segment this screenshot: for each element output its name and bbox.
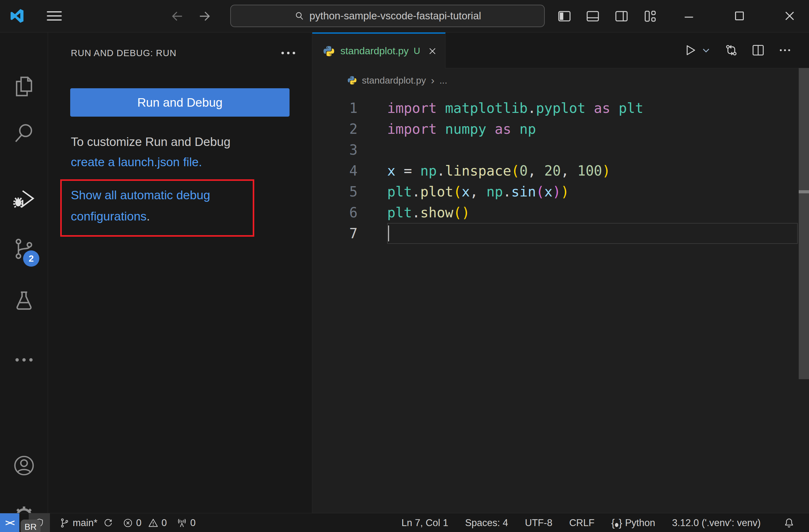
- python-file-icon: [323, 45, 335, 57]
- scrollbar-marker: [799, 190, 809, 193]
- run-and-debug-sidebar: RUN AND DEBUG: RUN Run and Debug To cust…: [48, 32, 312, 513]
- code-text: import matplotlib.pyplot as plt: [387, 97, 643, 119]
- toggle-primary-sidebar-icon[interactable]: [557, 9, 572, 24]
- language-mode-status[interactable]: {} Python: [611, 517, 655, 529]
- warning-count: 0: [161, 517, 167, 529]
- search-icon: [294, 11, 305, 21]
- code-text: plt.plot(x, np.sin(x)): [387, 181, 569, 202]
- line-number: 4: [312, 160, 358, 181]
- text-cursor: [388, 226, 389, 241]
- highlight-red-box: [60, 179, 254, 237]
- command-center-text: python-sample-vscode-fastapi-tutorial: [310, 10, 481, 22]
- code-line-4[interactable]: 4x = np.linspace(0, 20, 100): [312, 160, 809, 181]
- run-python-file-icon[interactable]: [683, 43, 697, 57]
- tab-label: standardplot.py: [340, 45, 409, 57]
- views-and-more-actions-icon[interactable]: [281, 52, 295, 54]
- notifications-bell-icon[interactable]: [783, 517, 795, 529]
- breadcrumb-file[interactable]: standardplot.py: [362, 75, 426, 86]
- activity-bar: 2 BR: [0, 32, 48, 513]
- run-and-debug-button[interactable]: Run and Debug: [70, 88, 290, 117]
- maximize-window-icon[interactable]: [732, 9, 746, 23]
- cursor-position-status[interactable]: Ln 7, Col 1: [401, 517, 448, 529]
- sidebar-title: RUN AND DEBUG: RUN: [71, 48, 177, 58]
- line-number: 7: [312, 223, 358, 244]
- indentation-status[interactable]: Spaces: 4: [465, 517, 508, 529]
- run-and-debug-icon[interactable]: [0, 187, 48, 211]
- radio-tower-icon: [176, 517, 188, 529]
- code-lines: 1import matplotlib.pyplot as plt2import …: [312, 92, 809, 244]
- python-file-icon: [347, 75, 357, 85]
- more-views-icon[interactable]: [0, 348, 48, 372]
- breadcrumb-more[interactable]: ...: [439, 75, 447, 86]
- editor-group: standardplot.py U: [312, 32, 809, 513]
- error-count: 0: [136, 517, 141, 529]
- account-icon[interactable]: [0, 454, 48, 478]
- split-editor-icon[interactable]: [751, 43, 765, 57]
- show-configs-link-line2[interactable]: configurations.: [71, 210, 150, 223]
- minimize-window-icon[interactable]: [682, 10, 696, 24]
- line-number: 6: [312, 202, 358, 223]
- line-number: 2: [312, 119, 358, 139]
- customize-hint-text: To customize Run and Debug: [71, 135, 230, 149]
- breadcrumb[interactable]: standardplot.py › ...: [312, 68, 809, 92]
- code-line-6[interactable]: 6plt.show(): [312, 202, 809, 223]
- sync-icon: [103, 518, 113, 528]
- tab-close-icon[interactable]: [428, 47, 437, 56]
- encoding-status[interactable]: UTF-8: [525, 517, 553, 529]
- run-dropdown-chevron-icon[interactable]: [701, 45, 712, 56]
- source-control-badge: 2: [23, 250, 39, 267]
- git-branch-status[interactable]: main*: [59, 517, 113, 529]
- tab-untracked-indicator: U: [414, 46, 420, 56]
- show-configs-link-line1[interactable]: Show all automatic debug: [71, 188, 210, 202]
- code-text: plt.show(): [387, 202, 470, 223]
- code-line-7[interactable]: 7: [312, 223, 809, 244]
- close-window-icon[interactable]: [782, 9, 797, 23]
- code-line-1[interactable]: 1import matplotlib.pyplot as plt: [312, 97, 809, 119]
- tab-standardplot-py[interactable]: standardplot.py U: [312, 32, 446, 68]
- branch-name: main*: [73, 517, 97, 529]
- explorer-icon[interactable]: [0, 75, 48, 99]
- code-text: [387, 223, 798, 244]
- code-line-3[interactable]: 3: [312, 139, 809, 160]
- menu-icon[interactable]: [47, 11, 62, 21]
- back-arrow-icon[interactable]: [170, 9, 184, 23]
- status-bar: >< main* 0 0 0 Ln 7, Col 1 Spaces: 4 UTF…: [0, 513, 809, 532]
- editor-scrollbar[interactable]: [799, 68, 809, 379]
- line-number: 5: [312, 181, 358, 202]
- braces-language-icon: {}: [611, 517, 622, 529]
- code-text: x = np.linspace(0, 20, 100): [387, 160, 610, 181]
- errors-icon: [123, 518, 133, 528]
- editor-more-actions-icon[interactable]: [778, 43, 792, 57]
- eol-status[interactable]: CRLF: [569, 517, 595, 529]
- link-period: .: [147, 210, 150, 223]
- code-line-2[interactable]: 2import numpy as np: [312, 119, 809, 139]
- toggle-secondary-sidebar-icon[interactable]: [614, 9, 629, 24]
- problems-status[interactable]: 0 0: [123, 517, 167, 529]
- code-line-5[interactable]: 5plt.plot(x, np.sin(x)): [312, 181, 809, 202]
- git-branch-icon: [59, 518, 70, 528]
- open-changes-icon[interactable]: [724, 43, 739, 57]
- remote-indicator[interactable]: ><: [0, 513, 19, 532]
- ports-status[interactable]: 0: [176, 517, 195, 529]
- customize-layout-icon[interactable]: [643, 9, 658, 24]
- editor-toolbar: [683, 32, 809, 68]
- vscode-logo-icon: [10, 8, 24, 23]
- search-sidebar-icon[interactable]: [0, 122, 48, 146]
- chevron-right-icon: ›: [431, 74, 434, 86]
- line-number: 3: [312, 139, 358, 160]
- forwarded-ports-count: 0: [190, 517, 195, 529]
- forward-arrow-icon[interactable]: [197, 9, 212, 23]
- python-interpreter-status[interactable]: 3.12.0 ('.venv': venv): [672, 517, 761, 529]
- line-number: 1: [312, 97, 358, 119]
- testing-icon[interactable]: [0, 289, 48, 313]
- code-text: import numpy as np: [387, 119, 536, 139]
- create-launch-json-link[interactable]: create a launch.json file.: [71, 155, 202, 169]
- toggle-panel-icon[interactable]: [585, 9, 600, 24]
- settings-profile-badge: BR: [21, 519, 40, 532]
- command-center-search[interactable]: python-sample-vscode-fastapi-tutorial: [230, 5, 545, 27]
- title-bar: python-sample-vscode-fastapi-tutorial: [0, 0, 809, 32]
- tab-bar: standardplot.py U: [312, 32, 809, 68]
- warnings-icon: [148, 517, 159, 529]
